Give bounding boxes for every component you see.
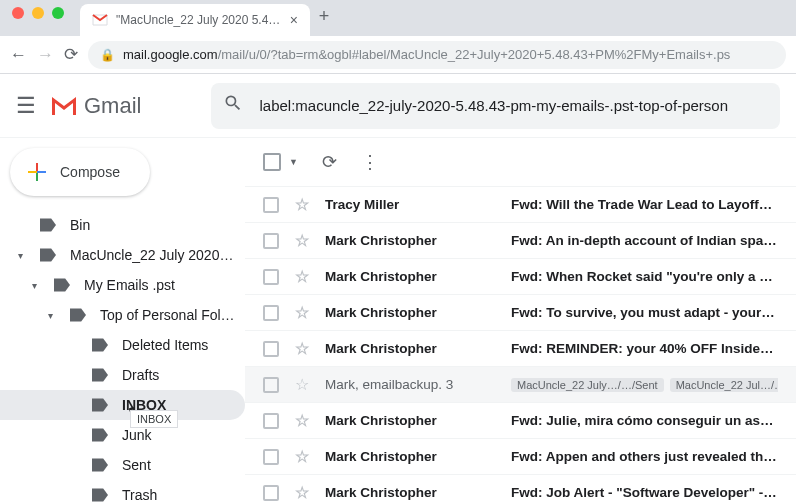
sender: Mark, emailbackup. 3 [325,377,495,392]
sidebar-item-label: MacUncle_22 July 2020… [70,247,245,263]
sender: Mark Christopher [325,485,495,500]
sidebar-item-my-emails-pst[interactable]: ▾My Emails .pst [0,270,245,300]
label-icon [92,338,110,352]
gmail-brand-text: Gmail [84,93,141,119]
star-icon[interactable]: ☆ [295,411,309,430]
row-checkbox[interactable] [263,341,279,357]
message-toolbar: ▼ ⟳ ⋮ [245,138,796,186]
subject: Fwd: Job Alert - "Software Developer" - … [511,485,778,500]
search-input[interactable] [257,96,768,115]
star-icon[interactable]: ☆ [295,339,309,358]
sidebar-item-junk[interactable]: Junk [0,420,245,450]
sidebar-item-deleted-items[interactable]: Deleted Items [0,330,245,360]
message-row[interactable]: ☆Mark ChristopherFwd: REMINDER: your 40%… [245,330,796,366]
label-icon [92,458,110,472]
more-actions-icon[interactable]: ⋮ [361,151,379,173]
sender: Mark Christopher [325,305,495,320]
sender: Mark Christopher [325,269,495,284]
sidebar-item-label: Bin [70,217,245,233]
window-maximize-button[interactable] [52,7,64,19]
subject: MacUncle_22 July…/…/SentMacUncle_22 Jul…… [511,378,778,392]
main-menu-icon[interactable]: ☰ [16,93,36,119]
row-checkbox[interactable] [263,449,279,465]
row-checkbox[interactable] [263,305,279,321]
message-row[interactable]: ☆Mark ChristopherFwd: Appen and others j… [245,438,796,474]
new-tab-button[interactable]: + [310,6,338,31]
row-checkbox[interactable] [263,485,279,501]
search-icon[interactable] [223,93,243,118]
message-list: ▼ ⟳ ⋮ ☆Tracy MillerFwd: Will the Trade W… [245,138,796,503]
message-row[interactable]: ☆Mark ChristopherFwd: Julie, mira cómo c… [245,402,796,438]
sidebar: Compose Bin▾MacUncle_22 July 2020…▾My Em… [0,138,245,503]
titlebar: "MacUncle_22 July 2020 5.48… × + [0,0,796,36]
reload-icon[interactable]: ⟳ [64,44,78,65]
window-close-button[interactable] [12,7,24,19]
row-checkbox[interactable] [263,377,279,393]
sidebar-item-bin[interactable]: Bin [0,210,245,240]
message-row[interactable]: ☆Tracy MillerFwd: Will the Trade War Lea… [245,186,796,222]
star-icon[interactable]: ☆ [295,195,309,214]
gmail-favicon-icon [92,12,108,28]
label-icon [54,278,72,292]
browser-tab[interactable]: "MacUncle_22 July 2020 5.48… × [80,4,310,36]
label-chip[interactable]: MacUncle_22 July…/…/Sent [511,378,664,392]
row-checkbox[interactable] [263,269,279,285]
label-icon [92,398,110,412]
star-icon[interactable]: ☆ [295,447,309,466]
sender: Mark Christopher [325,341,495,356]
star-icon[interactable]: ☆ [295,267,309,286]
label-icon [40,248,58,262]
message-row[interactable]: ☆Mark ChristopherFwd: To survive, you mu… [245,294,796,330]
select-all-checkbox[interactable] [263,153,281,171]
sidebar-item-top-of-personal-fol-[interactable]: ▾Top of Personal Fol… [0,300,245,330]
expand-arrow-icon[interactable]: ▾ [32,280,42,291]
sender: Mark Christopher [325,449,495,464]
compose-button[interactable]: Compose [10,148,150,196]
gmail-logo[interactable]: Gmail [50,93,141,119]
sender: Tracy Miller [325,197,495,212]
star-icon[interactable]: ☆ [295,375,309,394]
tab-title: "MacUncle_22 July 2020 5.48… [116,13,282,27]
subject: Fwd: REMINDER: your 40% OFF Insider Pro … [511,341,778,356]
label-icon [92,368,110,382]
sidebar-item-inbox[interactable]: INBOX↖INBOX [0,390,245,420]
star-icon[interactable]: ☆ [295,483,309,502]
row-checkbox[interactable] [263,413,279,429]
message-row[interactable]: ☆Mark, emailbackup. 3MacUncle_22 July…/…… [245,366,796,402]
sidebar-item-label: Deleted Items [122,337,245,353]
row-checkbox[interactable] [263,233,279,249]
row-checkbox[interactable] [263,197,279,213]
label-icon [92,428,110,442]
sidebar-item-label: Junk [122,427,245,443]
tab-close-icon[interactable]: × [290,12,298,28]
star-icon[interactable]: ☆ [295,303,309,322]
subject: Fwd: When Rocket said "you're only a gen… [511,269,778,284]
sidebar-item-label: My Emails .pst [84,277,245,293]
expand-arrow-icon[interactable]: ▾ [18,250,28,261]
label-icon [70,308,88,322]
sidebar-item-drafts[interactable]: Drafts [0,360,245,390]
refresh-icon[interactable]: ⟳ [322,151,337,173]
forward-icon[interactable]: → [37,45,54,65]
message-row[interactable]: ☆Mark ChristopherFwd: An in-depth accoun… [245,222,796,258]
message-row[interactable]: ☆Mark ChristopherFwd: Job Alert - "Softw… [245,474,796,503]
lock-icon: 🔒 [100,48,115,62]
star-icon[interactable]: ☆ [295,231,309,250]
sender: Mark Christopher [325,413,495,428]
sidebar-item-label: Trash [122,487,245,503]
expand-arrow-icon[interactable]: ▾ [48,310,58,321]
sidebar-item-trash[interactable]: Trash [0,480,245,503]
window-minimize-button[interactable] [32,7,44,19]
subject: Fwd: Appen and others just revealed thes… [511,449,778,464]
gmail-header: ☰ Gmail [0,74,796,138]
select-dropdown-icon[interactable]: ▼ [289,157,298,167]
label-chip[interactable]: MacUncle_22 Jul…/…/Tr [670,378,778,392]
back-icon[interactable]: ← [10,45,27,65]
sidebar-item-sent[interactable]: Sent [0,450,245,480]
sidebar-item-macuncle-22-july-2020-[interactable]: ▾MacUncle_22 July 2020… [0,240,245,270]
message-row[interactable]: ☆Mark ChristopherFwd: When Rocket said "… [245,258,796,294]
gmail-app: ☰ Gmail Compose Bin▾MacUncle_22 July 202… [0,74,796,503]
search-bar[interactable] [211,83,780,129]
address-bar[interactable]: 🔒 mail.google.com/mail/u/0/?tab=rm&ogbl#… [88,41,786,69]
browser-navbar: ← → ⟳ 🔒 mail.google.com/mail/u/0/?tab=rm… [0,36,796,74]
